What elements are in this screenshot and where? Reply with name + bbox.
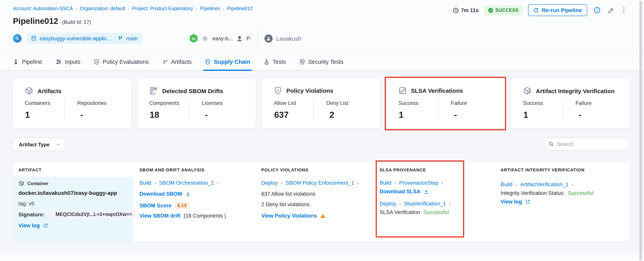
step-link[interactable]: SBOM Policy Enforcement_1 bbox=[286, 180, 354, 186]
signature-value: MEQCICde2Vjl...L+2+mqnOXw== bbox=[52, 210, 136, 219]
rerun-icon bbox=[533, 7, 539, 13]
chevron-right-icon bbox=[76, 6, 77, 11]
artifact-tag: tag: v5 bbox=[18, 201, 34, 207]
chevron-right-icon bbox=[442, 180, 443, 186]
pipeline-title-row: Pipeline012 (Build Id: 17) bbox=[13, 16, 91, 26]
cube-scan-icon bbox=[523, 86, 532, 95]
tab-pipeline[interactable]: Pipeline bbox=[13, 53, 42, 70]
info-icon[interactable] bbox=[592, 6, 601, 14]
stat-value: 1 bbox=[399, 110, 404, 120]
rerun-pipeline-button[interactable]: Re-run Pipeline bbox=[528, 4, 587, 16]
more-options-icon[interactable] bbox=[621, 6, 627, 14]
breadcrumb-pipelines[interactable]: Pipelines bbox=[200, 6, 220, 11]
download-sbom-link[interactable]: Download SBOM bbox=[140, 191, 182, 197]
security-tests-icon bbox=[299, 59, 305, 65]
chevron-right-icon bbox=[449, 201, 451, 207]
tab-artifacts[interactable]: Artifacts bbox=[162, 53, 192, 70]
view-policy-violations-link[interactable]: View Policy Violations bbox=[261, 213, 317, 219]
view-log-link[interactable]: View log bbox=[18, 223, 40, 229]
search-icon bbox=[548, 141, 554, 147]
chevron-right-icon bbox=[357, 180, 359, 186]
search-box bbox=[543, 137, 630, 151]
stat-value: 637 bbox=[274, 110, 288, 120]
pipeline-execution-page: Account: Automation-SSCA Organization: d… bbox=[0, 0, 644, 261]
search-input[interactable] bbox=[557, 141, 626, 147]
tab-tests[interactable]: Tests bbox=[264, 53, 286, 70]
artifact-name: docker.io/lavakush07/easy-buggy-app bbox=[18, 190, 117, 196]
stat-label: Components bbox=[149, 100, 179, 106]
breadcrumb-account[interactable]: Account: Automation-SSCA bbox=[13, 6, 73, 11]
page-title: Pipeline012 bbox=[13, 16, 58, 26]
pipeline-icon bbox=[13, 59, 19, 65]
view-log-link[interactable]: View log bbox=[501, 199, 522, 205]
tab-security-tests[interactable]: Security Tests bbox=[299, 53, 343, 70]
card-sbom-drifts: Detected SBOM Drifts Components Licenses… bbox=[138, 79, 256, 128]
stat-divider bbox=[314, 99, 314, 120]
vertical-scrollbar[interactable] bbox=[639, 1, 642, 260]
column-header-slsa: SLSA PROVENANCE bbox=[380, 168, 426, 172]
stage-link[interactable]: Build bbox=[380, 180, 391, 186]
column-header-artifact: ARTIFACT bbox=[18, 168, 42, 172]
gear-icon bbox=[202, 35, 208, 42]
tab-inputs[interactable]: Inputs bbox=[56, 53, 80, 70]
card-title: SLSA Verifications bbox=[411, 87, 463, 94]
stat-label: Success bbox=[398, 100, 418, 106]
chevron-right-icon bbox=[217, 180, 218, 186]
stat-label: Licenses bbox=[202, 100, 223, 106]
breadcrumb: Account: Automation-SSCA Organization: d… bbox=[13, 6, 253, 11]
tab-policy-evaluations[interactable]: Policy Evaluations bbox=[94, 53, 149, 70]
branch-name-link[interactable]: main bbox=[126, 35, 138, 41]
card-artifacts: Artifacts Containers Repositories 1 - bbox=[13, 79, 131, 128]
stat-value: 1 bbox=[523, 110, 528, 120]
chevron-right-icon bbox=[281, 180, 282, 186]
warning-icon bbox=[320, 213, 326, 219]
stat-value: - bbox=[205, 110, 208, 120]
step-link[interactable]: ProvenanceStep bbox=[399, 180, 438, 186]
stage-link[interactable]: Build bbox=[501, 182, 512, 187]
stage-link[interactable]: Build bbox=[140, 180, 151, 186]
stage-link[interactable]: Deploy bbox=[380, 201, 396, 207]
stat-label: Deny List bbox=[326, 100, 348, 106]
chevron-right-icon bbox=[516, 182, 517, 187]
step-link[interactable]: SlsaVerification_1 bbox=[404, 201, 446, 207]
view-sbom-drift-link[interactable]: View SBOM drift bbox=[140, 213, 180, 219]
avatar bbox=[264, 34, 273, 42]
breadcrumb-pipeline012[interactable]: Pipeline012 bbox=[227, 6, 253, 11]
artifacts-icon bbox=[162, 59, 168, 65]
repo-name-link[interactable]: easybuggy-vulnerable-applic... bbox=[40, 35, 111, 41]
sbom-score-link[interactable]: SBOM Score bbox=[140, 203, 172, 208]
stage-link[interactable]: Deploy bbox=[261, 180, 278, 186]
meta-divider bbox=[258, 31, 258, 46]
download-icon bbox=[424, 189, 429, 194]
column-header-integrity: ARTIFACT INTEGRITY VERIFICATION bbox=[501, 168, 585, 172]
delegate-icon bbox=[236, 35, 242, 41]
execution-meta-row: easybuggy-vulnerable-applic... main ∞ ea… bbox=[13, 31, 302, 45]
step-link[interactable]: SBOM Orchestration_1 bbox=[159, 180, 214, 186]
execution-duration: 7m 11s bbox=[453, 7, 478, 13]
download-slsa-link[interactable]: Download SLSA bbox=[380, 189, 420, 195]
stat-value: 1 bbox=[25, 110, 30, 120]
trigger-info: ∞ easy-b... P. bbox=[190, 34, 251, 43]
artifact-type-dropdown[interactable]: Artifact Type bbox=[13, 138, 66, 151]
build-id-label: (Build Id: 17) bbox=[62, 19, 91, 25]
breadcrumb-organization[interactable]: Organization: default bbox=[80, 6, 125, 11]
trigger-name: easy-b... bbox=[212, 35, 233, 41]
triggered-by-user: Lavakush bbox=[264, 34, 301, 42]
stat-divider bbox=[64, 99, 65, 120]
step-link[interactable]: ArtifactVerification_1 bbox=[520, 182, 568, 187]
slsa-verification-label: SLSA Verification bbox=[380, 209, 420, 215]
stat-label: Failure bbox=[576, 100, 592, 106]
stat-divider bbox=[438, 99, 438, 120]
external-link-icon bbox=[525, 199, 530, 204]
edit-icon[interactable] bbox=[606, 6, 615, 14]
tab-supply-chain[interactable]: Supply Chain bbox=[205, 53, 250, 70]
slsa-icon bbox=[398, 86, 406, 95]
card-artifact-integrity: Artifact Integrity Verification Success … bbox=[511, 79, 630, 128]
pill-divider bbox=[114, 35, 115, 41]
card-slsa-verifications: SLSA Verifications Success Failure 1 - bbox=[387, 79, 505, 128]
check-circle-icon bbox=[488, 8, 493, 13]
stat-label: Failure bbox=[451, 100, 467, 106]
repo-branch-pill: easybuggy-vulnerable-applic... main bbox=[26, 33, 142, 44]
breadcrumb-project[interactable]: Project: Product Exploratory bbox=[132, 6, 193, 11]
card-title: Artifact Integrity Verification bbox=[536, 87, 614, 94]
